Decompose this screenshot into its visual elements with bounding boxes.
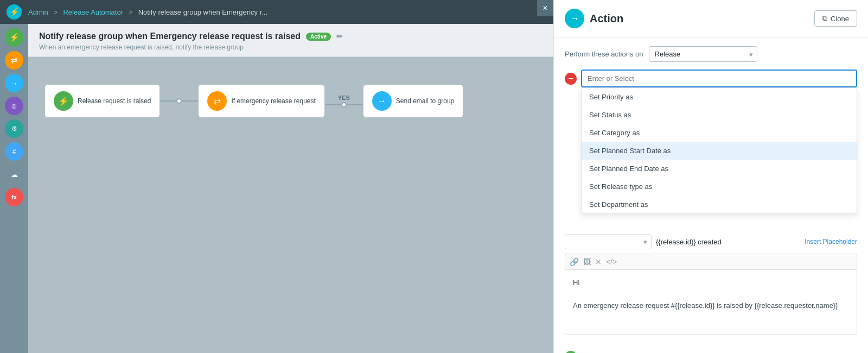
- add-action-icon: +: [565, 351, 577, 353]
- node2-label: If emergency release request: [231, 97, 315, 105]
- toolbar-image-icon[interactable]: 🖼: [583, 257, 591, 266]
- clone-button[interactable]: ⧉ Clone: [814, 10, 857, 27]
- page-header: Notify release group when Emergency rele…: [28, 24, 553, 57]
- flow-node-1[interactable]: ⚡ Release request is raised: [44, 84, 160, 118]
- add-action-row[interactable]: + Add new action: [554, 343, 868, 353]
- dropdown-item-6[interactable]: Set Department as: [582, 196, 857, 213]
- canvas-area: ⚡ Release request is raised ⇄ If emergen…: [28, 57, 553, 353]
- sidebar-icon-group[interactable]: ◎: [5, 97, 23, 115]
- page-subtitle: When an emergency release request is rai…: [39, 43, 542, 51]
- perform-label: Perform these actions on: [565, 50, 643, 58]
- breadcrumb-sep1: >: [54, 8, 58, 16]
- action-title: → Action: [565, 9, 623, 28]
- node3-icon: →: [372, 91, 392, 111]
- node1-icon: ⚡: [54, 91, 73, 111]
- action-title-icon: →: [565, 9, 584, 28]
- dropdown-item-0[interactable]: Set Priority as: [582, 88, 857, 106]
- left-content: Notify release group when Emergency rele…: [28, 24, 553, 353]
- sidebar: ⚡ ⇄ → ◎ ⚙ # ☁ fx: [0, 24, 28, 353]
- sidebar-icon-cloud[interactable]: ☁: [5, 165, 23, 184]
- toolbar-link-icon[interactable]: 🔗: [570, 257, 579, 266]
- release-select[interactable]: Release Change Incident: [649, 46, 757, 62]
- dropdown-item-4[interactable]: Set Planned End Date as: [582, 160, 857, 178]
- node3-label: Send email to group: [396, 97, 454, 105]
- subject-value: {{release.id}} created: [652, 236, 726, 248]
- editor-toolbar: 🔗 🖼 ✕ </>: [565, 254, 857, 269]
- enter-select-wrapper: Set Priority as Set Status as Set Catego…: [581, 70, 857, 87]
- dropdown-item-3[interactable]: Set Planned Start Date as: [582, 142, 857, 160]
- subject-select[interactable]: [565, 234, 652, 249]
- subject-row: {{release.id}} created Insert Placeholde…: [565, 234, 857, 249]
- dropdown-item-5[interactable]: Set Release type as: [582, 178, 857, 196]
- connector-1: [160, 98, 198, 104]
- left-panel: ⚡ Admin > Release Automator > Notify rel…: [0, 0, 553, 353]
- close-button[interactable]: ×: [537, 0, 553, 16]
- page-title-row: Notify release group when Emergency rele…: [39, 31, 542, 41]
- node1-label: Release request is raised: [78, 97, 151, 105]
- connector-line-1: [160, 100, 176, 102]
- email-line3: An emergency release request #{{release.…: [573, 300, 849, 312]
- app-icon: ⚡: [7, 4, 22, 20]
- sidebar-icon-hash[interactable]: #: [5, 142, 23, 161]
- edit-icon[interactable]: ✏: [336, 32, 343, 41]
- right-panel: → Action ⧉ Clone Perform these actions o…: [553, 0, 868, 353]
- breadcrumb-release-automator[interactable]: Release Automator: [63, 8, 123, 16]
- enter-select-input[interactable]: [581, 70, 857, 87]
- perform-on-row: Perform these actions on Release Change …: [565, 46, 857, 62]
- page-title-text: Notify release group when Emergency rele…: [39, 31, 301, 41]
- flow-node-2[interactable]: ⇄ If emergency release request: [198, 84, 324, 118]
- dropdown-item-1[interactable]: Set Status as: [582, 106, 857, 124]
- connector-line-2: [325, 104, 341, 105]
- remove-action-button[interactable]: −: [565, 73, 577, 85]
- insert-placeholder-link[interactable]: Insert Placeholder: [805, 238, 857, 245]
- connector-2-wrapper: YES: [325, 94, 363, 108]
- clone-label: Clone: [831, 15, 849, 23]
- right-header: → Action ⧉ Clone: [554, 0, 868, 37]
- connector-2: [325, 102, 363, 108]
- enter-select-row: − Set Priority as Set Status as Set Cate…: [565, 70, 857, 87]
- active-badge: Active: [306, 33, 331, 41]
- breadcrumb-admin[interactable]: Admin: [28, 8, 48, 16]
- dropdown-item-2[interactable]: Set Category as: [582, 124, 857, 142]
- yes-label: YES: [338, 94, 350, 101]
- sidebar-icon-arrow[interactable]: →: [5, 74, 23, 92]
- node2-icon: ⇄: [207, 91, 227, 111]
- sidebar-icon-fx[interactable]: fx: [5, 188, 23, 206]
- flow-node-3[interactable]: → Send email to group: [363, 84, 463, 118]
- connector-line-2b: [347, 104, 363, 105]
- action-title-text: Action: [590, 12, 623, 25]
- email-body[interactable]: Hi An emergency release request #{{relea…: [565, 269, 857, 335]
- sidebar-icon-swap[interactable]: ⇄: [5, 51, 23, 70]
- toolbar-close-icon[interactable]: ✕: [595, 257, 602, 266]
- subject-select-wrapper: [565, 234, 652, 249]
- connector-line-1b: [182, 100, 198, 102]
- toolbar-code-icon[interactable]: </>: [606, 257, 617, 266]
- connector-dot-2: [341, 102, 347, 108]
- sidebar-icon-settings[interactable]: ⚙: [5, 119, 23, 138]
- breadcrumb-current: Notify release group when Emergency r...: [138, 8, 267, 16]
- topbar: ⚡ Admin > Release Automator > Notify rel…: [0, 0, 553, 24]
- action-content: Perform these actions on Release Change …: [554, 37, 868, 343]
- connector-dot-1: [176, 98, 182, 104]
- dropdown-list: Set Priority as Set Status as Set Catego…: [581, 87, 857, 214]
- clone-icon: ⧉: [822, 14, 827, 23]
- breadcrumb-sep2: >: [129, 8, 133, 16]
- email-line1: Hi: [573, 278, 849, 289]
- flow-container: ⚡ Release request is raised ⇄ If emergen…: [39, 73, 469, 129]
- release-select-wrapper: Release Change Incident: [649, 46, 757, 62]
- sidebar-icon-flash[interactable]: ⚡: [5, 28, 23, 47]
